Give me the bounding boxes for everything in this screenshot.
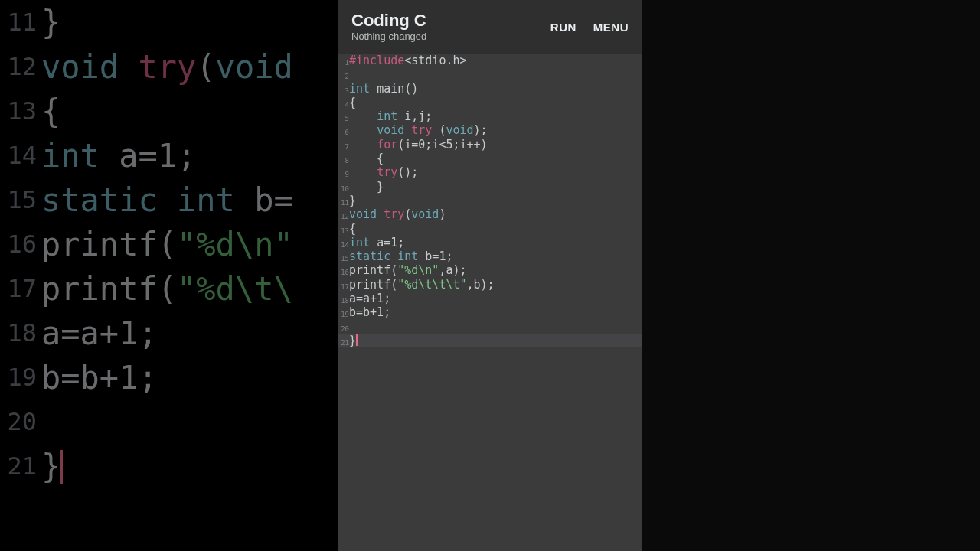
app-window: Coding C Nothing changed RUN MENU 1#incl…	[338, 0, 642, 551]
code-text[interactable]: {	[349, 222, 356, 236]
code-text[interactable]: }	[349, 180, 384, 194]
bg-line-number: 15	[0, 185, 41, 214]
bg-line-number: 16	[0, 230, 41, 259]
code-line[interactable]: 8 {	[338, 152, 642, 165]
code-line[interactable]: 15static int b=1;	[338, 249, 642, 263]
code-line[interactable]: 7 for(i=0;i<5;i++)	[338, 138, 642, 152]
code-line[interactable]: 3int main()	[338, 82, 642, 96]
code-text[interactable]: }	[349, 194, 356, 207]
code-line[interactable]: 20	[338, 320, 642, 334]
code-text[interactable]: void try (void);	[349, 123, 488, 137]
code-text[interactable]: printf("%d\t\t\t",b);	[349, 278, 495, 292]
bg-code-line: static int b=	[41, 181, 293, 219]
bg-line-number: 18	[0, 318, 41, 347]
code-text[interactable]: int main()	[349, 82, 418, 96]
code-text[interactable]: }	[349, 334, 358, 347]
code-text[interactable]: #include<stdio.h>	[349, 54, 467, 67]
line-number: 21	[338, 334, 349, 350]
bg-line-number: 14	[0, 141, 41, 170]
bg-code-line: }	[41, 448, 63, 485]
code-line[interactable]: 1#include<stdio.h>	[338, 54, 642, 67]
bg-code-line: void try(void	[41, 48, 293, 86]
code-line[interactable]: 10 }	[338, 180, 642, 194]
code-line[interactable]: 17printf("%d\t\t\t",b);	[338, 278, 642, 292]
code-text[interactable]: static int b=1;	[349, 249, 452, 263]
bg-line-number: 21	[0, 452, 41, 481]
bg-code-line: printf("%d\t\	[41, 270, 293, 308]
code-line[interactable]: 16printf("%d\n",a);	[338, 263, 642, 277]
code-text[interactable]: for(i=0;i<5;i++)	[349, 138, 488, 152]
code-text[interactable]: {	[349, 152, 384, 165]
code-line[interactable]: 14int a=1;	[338, 236, 642, 249]
code-line[interactable]: 12void try(void)	[338, 207, 642, 221]
bg-code-line: b=b+1;	[41, 359, 158, 396]
bg-line-number: 19	[0, 363, 41, 392]
code-line[interactable]: 6 void try (void);	[338, 123, 642, 137]
app-title: Coding C	[351, 11, 426, 30]
code-line[interactable]: 18a=a+1;	[338, 292, 642, 305]
bg-line-number: 11	[0, 8, 41, 37]
menu-button[interactable]: MENU	[593, 21, 629, 34]
code-text[interactable]: int a=1;	[349, 236, 404, 249]
code-line[interactable]: 19b=b+1;	[338, 305, 642, 319]
code-line[interactable]: 13{	[338, 222, 642, 236]
bg-code-line: int a=1;	[41, 137, 196, 174]
cursor-icon	[60, 450, 63, 484]
bg-line-number: 13	[0, 96, 41, 126]
bg-code-line: {	[41, 93, 60, 130]
toolbar-actions: RUN MENU	[550, 21, 629, 34]
code-text[interactable]: b=b+1;	[349, 305, 390, 319]
bg-line-number: 17	[0, 274, 41, 303]
code-text[interactable]: a=a+1;	[349, 292, 390, 305]
bg-code-line: printf("%d\n"	[41, 226, 293, 263]
code-editor[interactable]: 1#include<stdio.h>23int main()4{5 int i,…	[338, 54, 642, 551]
code-text[interactable]: int i,j;	[349, 109, 432, 123]
title-block: Coding C Nothing changed	[351, 11, 426, 43]
bg-line-number: 20	[0, 407, 41, 436]
code-text[interactable]: void try(void)	[349, 207, 446, 221]
code-text[interactable]: {	[349, 96, 356, 109]
code-line[interactable]: 9 try();	[338, 165, 642, 179]
app-subtitle: Nothing changed	[351, 31, 426, 43]
bg-line-number: 12	[0, 52, 41, 81]
code-line[interactable]: 21}	[338, 334, 642, 347]
code-line[interactable]: 4{	[338, 96, 642, 109]
code-line[interactable]: 2	[338, 67, 642, 81]
app-toolbar: Coding C Nothing changed RUN MENU	[338, 0, 642, 54]
code-text[interactable]: try();	[349, 165, 418, 179]
code-line[interactable]: 5 int i,j;	[338, 109, 642, 123]
bg-code-line: }	[41, 4, 60, 41]
cursor-icon	[356, 334, 358, 346]
code-line[interactable]: 11}	[338, 194, 642, 207]
right-letterbox	[642, 0, 980, 551]
bg-code-line: a=a+1;	[41, 315, 158, 352]
run-button[interactable]: RUN	[550, 21, 577, 34]
code-text[interactable]: printf("%d\n",a);	[349, 263, 467, 277]
